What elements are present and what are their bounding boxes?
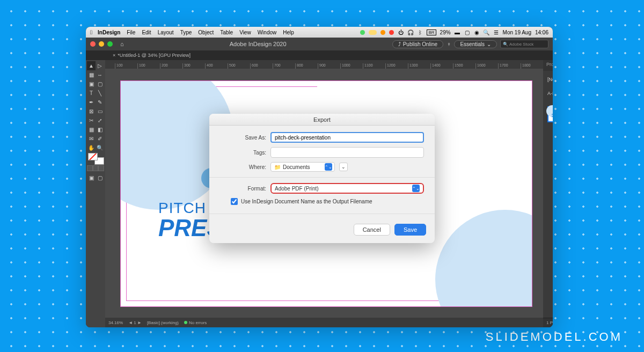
use-doc-name-label: Use InDesign Document Name as the Output… — [241, 199, 372, 204]
where-label: Where: — [220, 164, 266, 170]
menu-app[interactable]: InDesign — [94, 30, 123, 35]
status-dot-red-icon[interactable] — [389, 30, 394, 35]
fill-stroke-swatch[interactable] — [87, 152, 105, 165]
menu-help[interactable]: Help — [280, 30, 297, 35]
save-as-input[interactable] — [270, 132, 424, 143]
pages-list: PITCH DECKPRESENTATION A 1 — [543, 102, 553, 134]
control-center-icon[interactable]: ☰ — [493, 30, 499, 35]
chevron-down-icon: ⌄ — [487, 41, 491, 47]
tools-panel: ▲▷ ▦↔ ▣▢ T╲ ✒✎ ⊠▭ ✂⤢ ▦◧ ✉✐ ✋🔍 ▣▢ — [86, 60, 105, 327]
tags-input[interactable] — [270, 147, 424, 158]
menu-object[interactable]: Object — [195, 30, 217, 35]
tips-icon[interactable]: ♀ — [447, 41, 451, 47]
master-none[interactable]: [None] — [547, 74, 553, 85]
master-a[interactable]: A-Master — [547, 88, 553, 99]
eyedropper-tool[interactable]: ✐ — [96, 134, 104, 143]
workspace-switcher[interactable]: Essentials ⌄ — [454, 40, 497, 48]
document-statusbar: 34.16% ◄ 1 ► [Basic] (working) No errors — [105, 318, 543, 327]
publish-online-label: Publish Online — [403, 41, 437, 47]
tab-properties[interactable]: Properties — [543, 60, 553, 71]
dialog-title: Export — [209, 114, 435, 126]
menu-edit[interactable]: Edit — [138, 30, 154, 35]
gradient-feather-tool[interactable]: ◧ — [96, 125, 104, 134]
battery-icon: ▬ — [455, 30, 460, 35]
pen-tool[interactable]: ✒ — [87, 98, 96, 107]
free-transform-tool[interactable]: ⤢ — [96, 116, 104, 125]
panels-sidebar: Properties Pages CC Librarie [None] A-Ma… — [543, 60, 553, 327]
expand-dialog-button[interactable]: ⌄ — [339, 163, 348, 171]
gradient-swatch-tool[interactable]: ▦ — [87, 125, 96, 134]
chevron-updown-icon: ⌃⌄ — [325, 163, 332, 171]
rectangle-frame-tool[interactable]: ⊠ — [87, 107, 96, 116]
note-tool[interactable]: ✉ — [87, 134, 96, 143]
watermark: SLIDEMODEL.COM — [486, 330, 623, 344]
minimize-window-button[interactable] — [99, 41, 104, 47]
zoom-tool[interactable]: 🔍 — [96, 143, 104, 152]
scissors-tool[interactable]: ✂ — [87, 116, 96, 125]
selection-tool[interactable]: ▲ — [87, 61, 96, 70]
menu-file[interactable]: File — [123, 30, 138, 35]
power-icon[interactable]: ⏻ — [398, 30, 404, 35]
stock-search-input[interactable]: 🔍 Adobe Stock — [500, 40, 548, 48]
preflight-profile[interactable]: [Basic] (working) — [147, 320, 179, 325]
content-collector-tool[interactable]: ▣ — [87, 79, 96, 89]
use-doc-name-input[interactable] — [231, 198, 238, 205]
airplay-icon[interactable]: ▢ — [464, 30, 470, 35]
normal-view-mode[interactable]: ▣ — [87, 173, 96, 182]
format-select[interactable]: Adobe PDF (Print) ⌃⌄ — [270, 183, 424, 194]
zoom-level[interactable]: 34.16% — [108, 320, 123, 325]
search-icon[interactable]: 🔍 — [484, 30, 489, 35]
page-tool[interactable]: ▦ — [87, 70, 96, 79]
preflight-status[interactable]: No errors — [184, 320, 207, 325]
bluetooth-icon[interactable]: ᛒ — [417, 30, 423, 35]
home-icon[interactable]: ⌂ — [120, 41, 124, 47]
folder-icon: 📁 — [274, 164, 281, 170]
menubar-status: ⏻ 🎧 ᛒ BR 29% ▬ ▢ ◉ 🔍 ☰ Mon 19 Aug 14:06 — [360, 30, 548, 35]
publish-online-button[interactable]: ⤴ Publish Online — [392, 40, 443, 48]
content-placer-tool[interactable]: ▢ — [96, 79, 104, 89]
menu-view[interactable]: View — [236, 30, 254, 35]
lang-indicator[interactable]: BR — [427, 30, 436, 35]
status-pill-yellow-icon[interactable] — [369, 30, 377, 35]
line-tool[interactable]: ╲ — [96, 89, 104, 98]
menu-layout[interactable]: Layout — [155, 30, 177, 35]
cancel-button[interactable]: Cancel — [354, 224, 390, 236]
pencil-tool[interactable]: ✎ — [96, 98, 104, 107]
export-dialog: Export Save As: Tags: Where: 📁 Documents… — [209, 114, 435, 243]
status-dot-orange-icon[interactable] — [380, 30, 385, 35]
preview-mode[interactable]: ▢ — [96, 173, 104, 182]
document-tab[interactable]: × *Untitled-1 @ 34% [GPU Preview] — [86, 50, 553, 60]
pages-panel-footer: 1 Page in 1 Spread ⋯ — [543, 318, 553, 327]
document-tab-label: *Untitled-1 @ 34% [GPU Preview] — [118, 53, 191, 58]
indesign-window:  InDesign File Edit Layout Type Object … — [86, 27, 553, 327]
menubar-time[interactable]: 14:06 — [535, 30, 548, 35]
menubar-date[interactable]: Mon 19 Aug — [503, 30, 531, 35]
use-doc-name-checkbox[interactable]: Use InDesign Document Name as the Output… — [220, 198, 424, 205]
upload-icon: ⤴ — [398, 41, 401, 47]
hand-tool[interactable]: ✋ — [87, 143, 96, 152]
menu-window[interactable]: Window — [254, 30, 280, 35]
type-tool[interactable]: T — [87, 89, 96, 98]
zoom-window-button[interactable] — [107, 41, 113, 47]
menu-table[interactable]: Table — [217, 30, 236, 35]
status-dot-green-icon[interactable] — [360, 30, 365, 35]
save-as-label: Save As: — [220, 135, 266, 141]
page-nav[interactable]: ◄ 1 ► — [128, 320, 142, 325]
rectangle-tool[interactable]: ▭ — [96, 107, 104, 116]
direct-selection-tool[interactable]: ▷ — [96, 61, 104, 70]
menu-type[interactable]: Type — [177, 30, 195, 35]
where-select[interactable]: 📁 Documents ⌃⌄ — [270, 162, 335, 172]
workspace-label: Essentials — [460, 41, 485, 47]
close-tab-icon[interactable]: × — [113, 53, 115, 58]
none-apply-icon[interactable] — [98, 165, 104, 171]
wifi-icon[interactable]: ◉ — [474, 30, 480, 35]
gap-tool[interactable]: ↔ — [96, 70, 104, 79]
headphones-icon[interactable]: 🎧 — [407, 30, 413, 35]
gradient-apply-icon[interactable] — [93, 165, 99, 171]
page-thumbnail[interactable]: PITCH DECKPRESENTATION A — [547, 106, 553, 122]
apple-icon[interactable]:  — [90, 29, 92, 35]
color-apply-icon[interactable] — [87, 165, 93, 171]
save-button[interactable]: Save — [394, 224, 426, 236]
horizontal-ruler: 100100200300 400500600700 80090010001100… — [105, 60, 543, 69]
close-window-button[interactable] — [90, 41, 96, 47]
